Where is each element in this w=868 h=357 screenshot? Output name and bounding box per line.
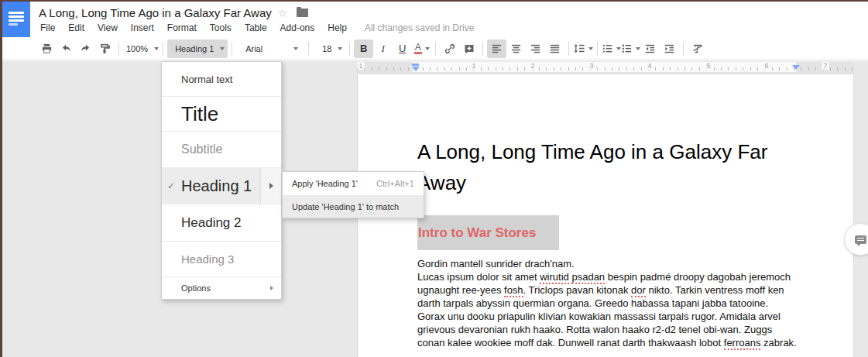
font-size-select[interactable]: 18 bbox=[313, 39, 345, 58]
style-option-heading-3[interactable]: Heading 3 bbox=[162, 241, 281, 276]
clear-formatting-icon bbox=[691, 43, 704, 54]
align-justify-button[interactable] bbox=[545, 39, 564, 58]
menu-format[interactable]: Format bbox=[167, 22, 197, 33]
heading-1-submenu-arrow[interactable] bbox=[260, 168, 281, 204]
menu-help[interactable]: Help bbox=[328, 22, 347, 33]
styles-dropdown-menu: Normal text Title Subtitle ✓ Heading 1 H… bbox=[161, 61, 282, 300]
chevron-down-icon bbox=[338, 47, 342, 50]
menu-edit[interactable]: Edit bbox=[68, 22, 84, 33]
style-option-title[interactable]: Title bbox=[162, 96, 281, 131]
toolbar-separator bbox=[118, 42, 119, 56]
numbered-list-button[interactable] bbox=[602, 39, 621, 58]
align-left-button[interactable] bbox=[487, 39, 506, 58]
misspelled-word: ferroans bbox=[724, 337, 761, 350]
menu-addons[interactable]: Add-ons bbox=[280, 22, 315, 33]
zoom-select[interactable]: 100% bbox=[123, 39, 159, 58]
toolbar-separator bbox=[232, 42, 232, 56]
ruler-number: 6 bbox=[763, 62, 770, 70]
chevron-down-icon bbox=[220, 47, 225, 50]
menu-bar: File Edit View Insert Format Tools Table… bbox=[40, 22, 474, 33]
document-title[interactable]: A Long, Long Time Ago in a Galaxy Far Aw… bbox=[39, 6, 272, 19]
ruler-number: 3 bbox=[588, 62, 595, 70]
bulleted-list-icon bbox=[621, 43, 633, 54]
bold-button[interactable]: B bbox=[354, 39, 373, 58]
clear-formatting-button[interactable] bbox=[688, 39, 707, 58]
bulleted-list-button[interactable] bbox=[621, 39, 640, 58]
misspelled-word: psadan bbox=[571, 271, 605, 284]
ruler-number: 1 bbox=[357, 62, 364, 70]
italic-button[interactable]: I bbox=[373, 39, 393, 58]
menu-view[interactable]: View bbox=[98, 22, 118, 33]
toolbar: 100% Heading 1 Arial 18 B I U A bbox=[0, 37, 868, 60]
style-option-options[interactable]: Options bbox=[162, 276, 281, 299]
increase-indent-icon bbox=[664, 43, 675, 54]
insert-comment-button[interactable] bbox=[459, 39, 479, 58]
undo-button[interactable] bbox=[57, 39, 76, 58]
text-color-button[interactable]: A bbox=[412, 39, 431, 58]
decrease-indent-icon bbox=[644, 43, 656, 54]
align-justify-icon bbox=[549, 43, 561, 54]
google-docs-logo-icon[interactable] bbox=[2, 2, 30, 37]
style-option-subtitle[interactable]: Subtitle bbox=[162, 131, 281, 167]
submenu-arrow-icon bbox=[270, 286, 273, 290]
print-button[interactable] bbox=[37, 39, 57, 58]
align-right-icon bbox=[530, 43, 541, 54]
decrease-indent-button[interactable] bbox=[640, 39, 660, 58]
toolbar-separator bbox=[163, 42, 163, 56]
underline-button[interactable]: U bbox=[393, 39, 412, 58]
comment-icon bbox=[855, 235, 866, 244]
selected-text-block[interactable]: Intro to War Stores bbox=[417, 215, 559, 250]
chevron-down-icon bbox=[425, 47, 430, 50]
undo-icon bbox=[60, 43, 72, 54]
align-right-button[interactable] bbox=[526, 39, 545, 58]
toolbar-separator bbox=[349, 42, 350, 56]
ruler: 1 1 2 3 4 5 6 7 bbox=[357, 62, 854, 73]
menu-table[interactable]: Table bbox=[245, 22, 267, 33]
font-select[interactable]: Arial bbox=[236, 39, 304, 58]
apply-heading-1-item[interactable]: Apply 'Heading 1' Ctrl+Alt+1 bbox=[283, 172, 424, 195]
line-spacing-button[interactable] bbox=[573, 39, 593, 58]
save-status[interactable]: All changes saved in Drive bbox=[365, 22, 474, 33]
ruler-number: 5 bbox=[705, 62, 712, 70]
comment-plus-icon bbox=[463, 43, 475, 55]
folder-icon[interactable] bbox=[297, 9, 308, 17]
menu-insert[interactable]: Insert bbox=[131, 22, 154, 33]
submenu-arrow-icon bbox=[269, 183, 273, 189]
insert-link-button[interactable] bbox=[440, 39, 459, 58]
style-option-normal-text[interactable]: Normal text bbox=[162, 62, 281, 96]
heading-1-submenu: Apply 'Heading 1' Ctrl+Alt+1 Update 'Hea… bbox=[282, 171, 424, 218]
numbered-list-icon bbox=[602, 43, 613, 54]
misspelled-word: wirutid bbox=[540, 271, 569, 284]
redo-icon bbox=[80, 43, 91, 54]
toolbar-separator bbox=[597, 42, 598, 56]
menu-file[interactable]: File bbox=[40, 22, 55, 33]
checkmark-icon: ✓ bbox=[167, 180, 175, 191]
link-icon bbox=[444, 43, 456, 55]
selected-heading-text: Intro to War Stores bbox=[417, 225, 536, 241]
toolbar-separator bbox=[308, 42, 309, 56]
ruler-number: 4 bbox=[646, 62, 653, 70]
paint-format-button[interactable] bbox=[95, 39, 115, 58]
body-paragraph-2: Lucas ipsum dolor sit amet wirutid psada… bbox=[417, 270, 798, 349]
align-left-icon bbox=[491, 43, 503, 54]
styles-select[interactable]: Heading 1 bbox=[167, 39, 228, 58]
align-center-button[interactable] bbox=[506, 39, 526, 58]
chevron-down-icon bbox=[588, 47, 593, 50]
misspelled-word: dor bbox=[631, 284, 646, 297]
document-heading-text[interactable]: A Long, Long Time Ago in a Galaxy Far Aw… bbox=[417, 136, 798, 198]
menu-tools[interactable]: Tools bbox=[210, 22, 232, 33]
increase-indent-button[interactable] bbox=[660, 39, 679, 58]
document-page[interactable]: A Long, Long Time Ago in a Galaxy Far Aw… bbox=[357, 74, 854, 357]
redo-button[interactable] bbox=[76, 39, 95, 58]
paint-format-icon bbox=[99, 43, 111, 54]
star-icon[interactable]: ☆ bbox=[277, 6, 287, 20]
update-heading-1-item[interactable]: Update 'Heading 1' to match bbox=[283, 195, 424, 218]
align-center-icon bbox=[510, 43, 522, 54]
window-edge-top bbox=[0, 0, 868, 2]
toolbar-separator bbox=[482, 42, 483, 56]
style-option-heading-1[interactable]: ✓ Heading 1 bbox=[162, 167, 281, 204]
style-option-heading-2[interactable]: Heading 2 bbox=[162, 204, 281, 241]
toolbar-separator bbox=[568, 42, 569, 56]
document-body-text[interactable]: Gordin mantell sunrider drach'nam. Lucas… bbox=[417, 257, 798, 349]
ruler-number: 7 bbox=[822, 62, 829, 70]
